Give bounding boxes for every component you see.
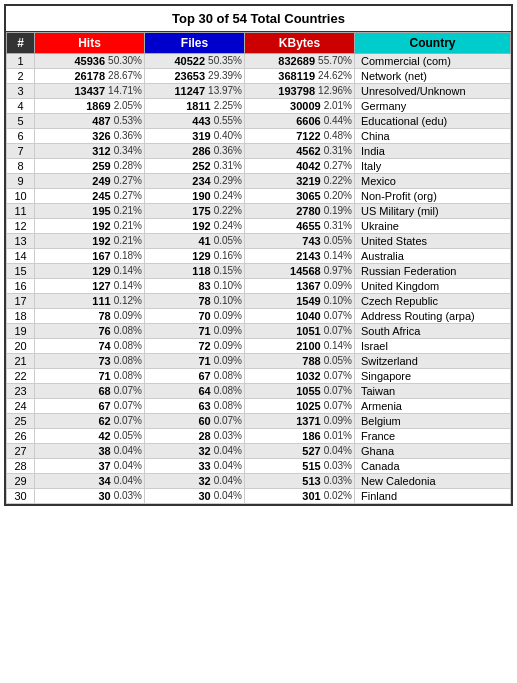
rank-cell: 23 [7,384,35,399]
files-value: 60 [147,415,211,427]
hits-pct: 0.27% [114,175,142,187]
hits-pct: 0.04% [114,445,142,457]
files-cell: 28 0.03% [145,429,245,444]
files-cell: 63 0.08% [145,399,245,414]
hits-cell: 34 0.04% [35,474,145,489]
country-cell: Commercial (com) [355,54,511,69]
kbytes-cell: 513 0.03% [245,474,355,489]
kbytes-value: 1055 [247,385,321,397]
hits-cell: 67 0.07% [35,399,145,414]
rank-cell: 27 [7,444,35,459]
kbytes-pct: 0.07% [324,400,352,412]
kbytes-cell: 6606 0.44% [245,114,355,129]
rank-cell: 21 [7,354,35,369]
hits-cell: 1869 2.05% [35,99,145,114]
hits-pct: 0.18% [114,250,142,262]
files-value: 175 [147,205,211,217]
table-row: 16 127 0.14% 83 0.10% 1367 0.09% United … [7,279,511,294]
table-row: 8 259 0.28% 252 0.31% 4042 0.27% Italy [7,159,511,174]
kbytes-cell: 743 0.05% [245,234,355,249]
kbytes-value: 193798 [247,85,315,97]
files-cell: 71 0.09% [145,324,245,339]
kbytes-value: 527 [247,445,321,457]
country-cell: Germany [355,99,511,114]
kbytes-cell: 832689 55.70% [245,54,355,69]
kbytes-pct: 0.09% [324,415,352,427]
hits-value: 192 [37,235,111,247]
files-pct: 0.10% [214,295,242,307]
files-value: 71 [147,325,211,337]
kbytes-pct: 0.31% [324,220,352,232]
rank-cell: 10 [7,189,35,204]
hits-pct: 0.21% [114,220,142,232]
kbytes-value: 1549 [247,295,321,307]
files-cell: 192 0.24% [145,219,245,234]
files-cell: 40522 50.35% [145,54,245,69]
country-cell: Ghana [355,444,511,459]
table-row: 23 68 0.07% 64 0.08% 1055 0.07% Taiwan [7,384,511,399]
hits-value: 259 [37,160,111,172]
hits-pct: 0.34% [114,145,142,157]
files-pct: 0.36% [214,145,242,157]
kbytes-value: 4655 [247,220,321,232]
files-value: 64 [147,385,211,397]
hits-value: 13437 [37,85,105,97]
files-value: 192 [147,220,211,232]
files-cell: 78 0.10% [145,294,245,309]
files-cell: 83 0.10% [145,279,245,294]
rank-cell: 26 [7,429,35,444]
files-value: 83 [147,280,211,292]
files-pct: 0.03% [214,430,242,442]
kbytes-value: 2780 [247,205,321,217]
table-row: 11 195 0.21% 175 0.22% 2780 0.19% US Mil… [7,204,511,219]
hits-value: 78 [37,310,111,322]
rank-cell: 8 [7,159,35,174]
files-value: 40522 [147,55,205,67]
hits-value: 42 [37,430,111,442]
table-row: 14 167 0.18% 129 0.16% 2143 0.14% Austra… [7,249,511,264]
rank-cell: 5 [7,114,35,129]
hits-cell: 42 0.05% [35,429,145,444]
kbytes-cell: 1040 0.07% [245,309,355,324]
rank-cell: 4 [7,99,35,114]
table-row: 12 192 0.21% 192 0.24% 4655 0.31% Ukrain… [7,219,511,234]
hits-pct: 0.08% [114,325,142,337]
rank-cell: 25 [7,414,35,429]
header-kbytes: KBytes [245,33,355,54]
files-value: 118 [147,265,211,277]
country-cell: Address Routing (arpa) [355,309,511,324]
files-value: 33 [147,460,211,472]
files-pct: 0.55% [214,115,242,127]
files-pct: 29.39% [208,70,242,82]
files-pct: 0.04% [214,445,242,457]
table-row: 4 1869 2.05% 1811 2.25% 30009 2.01% Germ… [7,99,511,114]
files-value: 71 [147,355,211,367]
kbytes-pct: 0.09% [324,280,352,292]
kbytes-cell: 368119 24.62% [245,69,355,84]
rank-cell: 11 [7,204,35,219]
rank-cell: 6 [7,129,35,144]
hits-pct: 14.71% [108,85,142,97]
files-cell: 1811 2.25% [145,99,245,114]
hits-cell: 38 0.04% [35,444,145,459]
kbytes-pct: 0.05% [324,235,352,247]
table-row: 27 38 0.04% 32 0.04% 527 0.04% Ghana [7,444,511,459]
hits-cell: 13437 14.71% [35,84,145,99]
files-pct: 0.08% [214,370,242,382]
files-value: 32 [147,475,211,487]
files-pct: 0.09% [214,340,242,352]
hits-value: 249 [37,175,111,187]
hits-value: 71 [37,370,111,382]
hits-pct: 0.08% [114,370,142,382]
hits-pct: 2.05% [114,100,142,112]
files-cell: 71 0.09% [145,354,245,369]
kbytes-pct: 0.03% [324,475,352,487]
kbytes-pct: 0.07% [324,370,352,382]
table-row: 24 67 0.07% 63 0.08% 1025 0.07% Armenia [7,399,511,414]
main-container: Top 30 of 54 Total Countries # Hits File… [4,4,513,506]
table-row: 22 71 0.08% 67 0.08% 1032 0.07% Singapor… [7,369,511,384]
country-cell: United Kingdom [355,279,511,294]
files-pct: 0.10% [214,280,242,292]
hits-value: 26178 [37,70,105,82]
files-pct: 0.05% [214,235,242,247]
